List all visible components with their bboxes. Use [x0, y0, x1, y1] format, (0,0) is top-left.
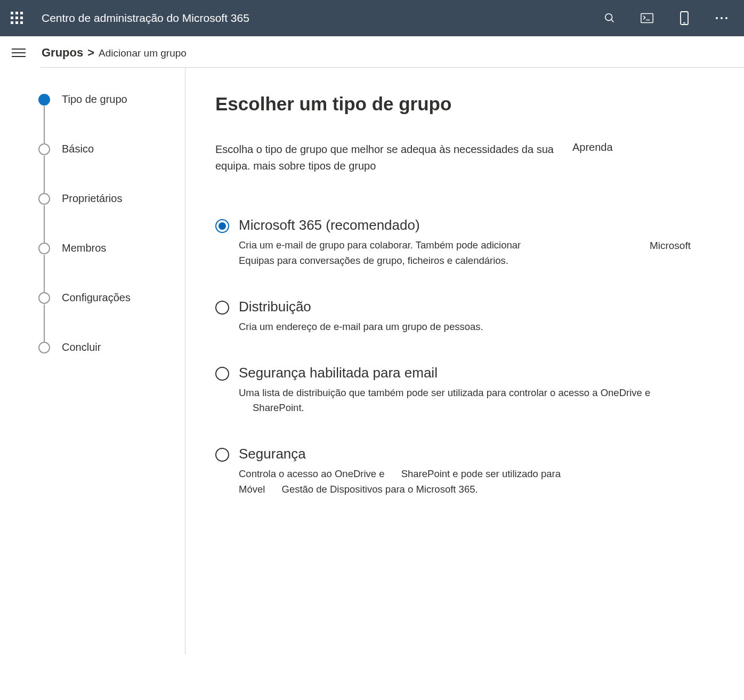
- group-type-option-mail-security[interactable]: Segurança habilitada para email Uma list…: [215, 365, 691, 416]
- option-desc-a: Controla o acesso ao OneDrive e: [239, 468, 385, 479]
- step-dot-icon: [38, 143, 50, 155]
- intro-row: Escolha o tipo de grupo que melhor se ad…: [215, 141, 691, 174]
- option-title: Segurança: [239, 446, 691, 462]
- breadcrumb-separator: >: [87, 46, 94, 60]
- option-desc-b: SharePoint e pode ser utilizado para: [401, 468, 561, 479]
- step-dot-icon: [38, 243, 50, 254]
- breadcrumb-groups[interactable]: Grupos: [42, 46, 83, 60]
- more-icon[interactable]: [715, 12, 728, 25]
- breadcrumb-bar: Grupos > Adicionar um grupo: [0, 36, 744, 67]
- step-membros[interactable]: Membros: [38, 242, 185, 292]
- step-dot-icon: [38, 342, 50, 353]
- radio-icon[interactable]: [215, 367, 229, 381]
- intro-text: Escolha o tipo de grupo que melhor se ad…: [215, 141, 556, 174]
- step-concluir[interactable]: Concluir: [38, 341, 185, 353]
- breadcrumb-current: Adicionar um grupo: [99, 47, 187, 59]
- learn-link[interactable]: Aprenda: [572, 141, 613, 154]
- option-desc-line1: Cria um e-mail de grupo para colaborar. …: [239, 238, 521, 253]
- mobile-icon[interactable]: [678, 12, 691, 25]
- step-label: Configurações: [62, 292, 131, 304]
- svg-point-0: [605, 14, 612, 21]
- content-pane: Escolher um tipo de grupo Escolha o tipo…: [185, 68, 718, 654]
- group-type-option-m365[interactable]: Microsoft 365 (recomendado) Cria um e-ma…: [215, 217, 691, 269]
- top-bar: Centro de administração do Microsoft 365: [0, 0, 744, 36]
- group-type-option-distribution[interactable]: Distribuição Cria um endereço de e-mail …: [215, 299, 691, 335]
- svg-rect-2: [641, 13, 653, 22]
- option-desc-d: Gestão de Dispositivos para o Microsoft …: [282, 484, 478, 495]
- step-proprietarios[interactable]: Proprietários: [38, 192, 185, 242]
- step-label: Tipo de grupo: [62, 93, 127, 106]
- option-desc-right: Microsoft: [650, 238, 691, 253]
- option-title: Distribuição: [239, 299, 691, 315]
- option-desc-c: Móvel: [239, 484, 265, 495]
- menu-toggle-icon[interactable]: [12, 46, 26, 60]
- step-dot-icon: [38, 193, 50, 205]
- topbar-actions: [603, 12, 728, 25]
- svg-line-1: [611, 20, 614, 22]
- option-title: Microsoft 365 (recomendado): [239, 217, 691, 234]
- option-title: Segurança habilitada para email: [239, 365, 691, 381]
- option-desc-line2: Equipas para conversações de grupo, fich…: [239, 253, 691, 269]
- radio-icon[interactable]: [215, 448, 229, 462]
- option-desc-b: SharePoint.: [253, 402, 304, 413]
- page-title: Escolher um tipo de grupo: [215, 93, 691, 115]
- option-desc: Cria um endereço de e-mail para um grupo…: [239, 319, 691, 335]
- shell-icon[interactable]: [641, 12, 653, 25]
- step-label: Básico: [62, 143, 94, 155]
- app-title: Centro de administração do Microsoft 365: [42, 12, 603, 25]
- breadcrumb: Grupos > Adicionar um grupo: [42, 46, 187, 60]
- step-tipo-de-grupo[interactable]: Tipo de grupo: [38, 93, 185, 143]
- step-dot-icon: [38, 94, 50, 106]
- option-desc-a: Uma lista de distribuição que também pod…: [239, 387, 650, 398]
- step-basico[interactable]: Básico: [38, 143, 185, 192]
- step-label: Membros: [62, 242, 106, 254]
- step-dot-icon: [38, 292, 50, 304]
- step-label: Proprietários: [62, 192, 122, 205]
- step-configuracoes[interactable]: Configurações: [38, 292, 185, 341]
- wizard-steps-sidebar: Tipo de grupo Básico Proprietários Membr…: [0, 68, 185, 654]
- radio-icon[interactable]: [215, 301, 229, 315]
- group-type-option-security[interactable]: Segurança Controla o acesso ao OneDrive …: [215, 446, 691, 497]
- app-launcher-icon[interactable]: [11, 12, 23, 25]
- search-icon[interactable]: [603, 12, 616, 25]
- main-layout: Tipo de grupo Básico Proprietários Membr…: [0, 68, 744, 654]
- radio-icon[interactable]: [215, 219, 229, 233]
- step-label: Concluir: [62, 341, 101, 353]
